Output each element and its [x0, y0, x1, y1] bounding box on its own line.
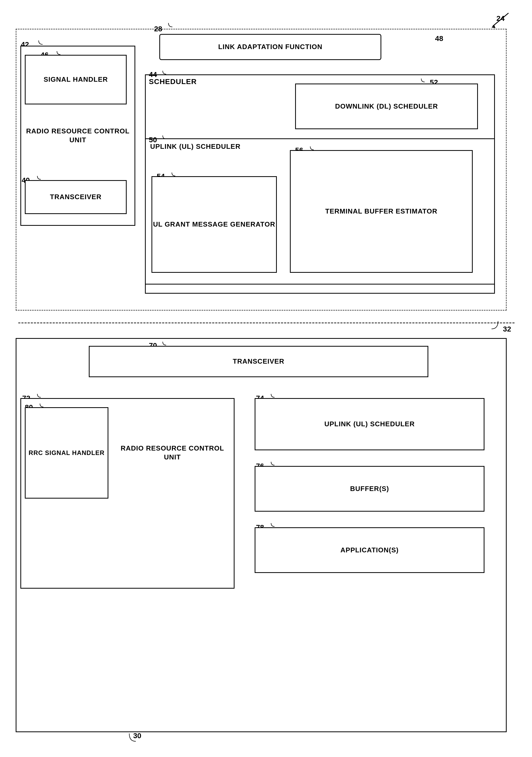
diagram: 24 28 LINK ADAPTATION FUNCTION 48 42 46 …: [0, 0, 532, 757]
ref-46-curve: [56, 49, 62, 55]
ul-scheduler-bottom-box: UPLINK (UL) SCHEDULER: [255, 398, 485, 450]
terminal-buffer-box: TERMINAL BUFFER ESTIMATOR: [290, 150, 473, 273]
ref-28: 28: [154, 25, 162, 33]
signal-handler-label: SIGNAL HANDLER: [44, 75, 108, 84]
ref-80-curve: [39, 402, 45, 408]
arrow-24-svg: [485, 11, 516, 31]
dl-scheduler-label: DOWNLINK (DL) SCHEDULER: [335, 102, 438, 111]
terminal-buffer-label: TERMINAL BUFFER ESTIMATOR: [325, 207, 437, 216]
ref-56-curve: [309, 145, 315, 151]
buffers-box: BUFFER(S): [255, 466, 485, 512]
buffers-label: BUFFER(S): [350, 484, 389, 493]
ul-grant-label: UL GRANT MESSAGE GENERATOR: [153, 220, 275, 229]
transceiver-top-box: TRANSCEIVER: [25, 180, 127, 214]
applications-box: APPLICATION(S): [255, 527, 485, 573]
ref-76-curve: [270, 460, 276, 466]
ref-32-curve: [489, 320, 499, 330]
rrcu-bottom-label: RADIO RESOURCE CONTROL UNIT: [115, 444, 230, 462]
ref-44-curve: [162, 69, 168, 75]
ref-28-curve: [167, 20, 175, 28]
link-adaptation-label: LINK ADAPTATION FUNCTION: [218, 43, 322, 51]
transceiver-bottom-box: TRANSCEIVER: [89, 346, 428, 377]
scheduler-label-area: SCHEDULER: [149, 77, 222, 86]
ul-scheduler-label: UPLINK (UL) SCHEDULER: [150, 142, 240, 150]
ul-scheduler-bottom-label: UPLINK (UL) SCHEDULER: [324, 420, 415, 429]
ref-74-curve: [270, 392, 276, 398]
link-adaptation-box: LINK ADAPTATION FUNCTION: [159, 34, 381, 60]
ul-scheduler-label-area: UPLINK (UL) SCHEDULER: [150, 142, 252, 151]
divider-line: [18, 322, 515, 323]
ref-78-curve: [270, 522, 276, 527]
rrcu-text-area: RADIO RESOURCE CONTROL UNIT: [20, 110, 135, 162]
ul-grant-box: UL GRANT MESSAGE GENERATOR: [151, 176, 277, 273]
ref-30-curve: [128, 732, 139, 742]
transceiver-top-label: TRANSCEIVER: [50, 193, 101, 201]
ref-54-curve: [171, 171, 177, 177]
rrc-signal-handler-box: RRC SIGNAL HANDLER: [25, 407, 109, 499]
ref-72-curve: [37, 392, 42, 398]
transceiver-bottom-label: TRANSCEIVER: [233, 357, 284, 366]
dl-scheduler-box: DOWNLINK (DL) SCHEDULER: [295, 83, 478, 129]
signal-handler-box: SIGNAL HANDLER: [25, 55, 127, 105]
ref-48: 48: [435, 35, 443, 43]
ref-32: 32: [503, 325, 511, 333]
ref-52-curve: [421, 77, 426, 83]
scheduler-label: SCHEDULER: [149, 77, 197, 86]
svg-line-0: [493, 13, 509, 26]
applications-label: APPLICATION(S): [341, 546, 399, 555]
ref-40-curve: [37, 174, 42, 180]
rrcu-label: RADIO RESOURCE CONTROL UNIT: [20, 127, 135, 145]
rrcu-bottom-label-area: RADIO RESOURCE CONTROL UNIT: [115, 407, 230, 499]
ref-70-curve: [162, 340, 168, 346]
rrc-signal-handler-label: RRC SIGNAL HANDLER: [29, 449, 105, 457]
ref-42-curve: [38, 39, 45, 45]
